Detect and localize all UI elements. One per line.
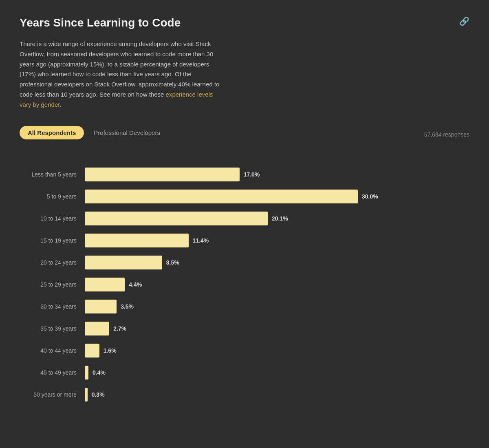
bar-value: 0.3% <box>92 391 105 398</box>
description-link[interactable]: experience levels vary by gender <box>20 91 213 108</box>
bar-fill <box>85 212 268 225</box>
bar-label: 35 to 39 years <box>20 325 85 332</box>
bar-fill <box>85 256 162 269</box>
bar-label: 45 to 49 years <box>20 369 85 376</box>
bar-label: 40 to 44 years <box>20 347 85 354</box>
bar-value: 1.6% <box>104 347 117 354</box>
bar-fill <box>85 300 117 313</box>
bar-row: 30 to 34 years3.5% <box>20 300 469 313</box>
bar-value: 3.5% <box>121 303 134 310</box>
bar-row: 10 to 14 years20.1% <box>20 212 469 225</box>
bar-track: 2.7% <box>85 322 469 335</box>
bar-fill <box>85 388 88 402</box>
bar-track: 4.4% <box>85 278 469 291</box>
bar-row: 40 to 44 years1.6% <box>20 344 469 358</box>
tab-professional-developers[interactable]: Professional Developers <box>86 126 168 139</box>
bar-row: 15 to 19 years11.4% <box>20 234 469 247</box>
bar-label: 20 to 24 years <box>20 259 85 266</box>
bar-track: 1.6% <box>85 344 469 358</box>
bar-track: 30.0% <box>85 190 469 203</box>
bar-label: 25 to 29 years <box>20 281 85 288</box>
bar-value: 11.4% <box>193 237 209 244</box>
bar-fill <box>85 190 358 203</box>
bar-track: 0.4% <box>85 366 469 380</box>
description-text: There is a wide range of experience amon… <box>20 39 223 110</box>
bar-fill <box>85 278 125 291</box>
page-title: Years Since Learning to Code <box>20 16 181 29</box>
bar-chart: Less than 5 years17.0%5 to 9 years30.0%1… <box>20 159 469 418</box>
bar-label: 30 to 34 years <box>20 303 85 310</box>
bar-track: 20.1% <box>85 212 469 225</box>
bar-track: 17.0% <box>85 168 469 181</box>
bar-value: 0.4% <box>93 369 106 376</box>
bar-row: Less than 5 years17.0% <box>20 168 469 181</box>
bar-value: 4.4% <box>129 281 142 288</box>
bar-row: 20 to 24 years8.5% <box>20 256 469 269</box>
bar-label: 50 years or more <box>20 391 85 398</box>
responses-count: 57,684 responses <box>424 131 469 138</box>
bar-track: 11.4% <box>85 234 469 247</box>
tab-group: All Respondents Professional Developers <box>20 126 168 143</box>
bar-row: 5 to 9 years30.0% <box>20 190 469 203</box>
tabs-bar: All Respondents Professional Developers … <box>20 126 469 143</box>
bar-row: 50 years or more0.3% <box>20 388 469 402</box>
bar-label: 5 to 9 years <box>20 193 85 200</box>
bar-track: 3.5% <box>85 300 469 313</box>
bar-track: 8.5% <box>85 256 469 269</box>
link-icon[interactable]: 🔗 <box>459 16 469 26</box>
bar-row: 35 to 39 years2.7% <box>20 322 469 335</box>
tab-all-respondents[interactable]: All Respondents <box>20 126 84 139</box>
bar-row: 45 to 49 years0.4% <box>20 366 469 380</box>
bar-fill <box>85 366 88 380</box>
bar-label: Less than 5 years <box>20 171 85 178</box>
bar-value: 30.0% <box>362 193 378 200</box>
bar-track: 0.3% <box>85 388 469 402</box>
bar-fill <box>85 344 99 358</box>
bar-fill <box>85 168 240 181</box>
bar-fill <box>85 234 189 247</box>
bar-label: 15 to 19 years <box>20 237 85 244</box>
bar-value: 20.1% <box>272 215 288 222</box>
bar-label: 10 to 14 years <box>20 215 85 222</box>
bar-row: 25 to 29 years4.4% <box>20 278 469 291</box>
bar-fill <box>85 322 109 335</box>
bar-value: 2.7% <box>113 325 126 332</box>
bar-value: 17.0% <box>244 171 260 178</box>
bar-value: 8.5% <box>166 259 179 266</box>
